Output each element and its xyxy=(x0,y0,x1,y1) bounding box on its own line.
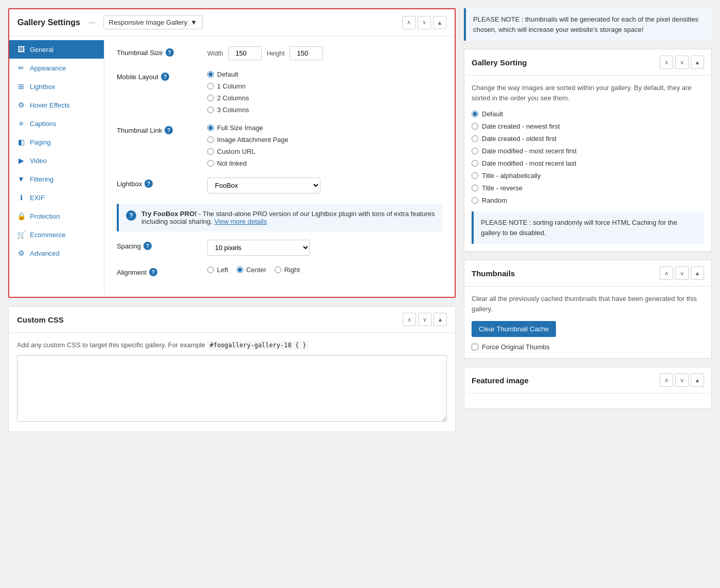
thumbnails-collapse-down[interactable]: ∨ xyxy=(675,266,689,280)
css-collapse-up[interactable]: ∧ xyxy=(403,313,416,326)
lightbox-help[interactable]: ? xyxy=(145,180,153,188)
thumbnail-size-help[interactable]: ? xyxy=(166,48,174,57)
custom-css-textarea[interactable] xyxy=(17,355,447,422)
width-input[interactable] xyxy=(228,46,262,60)
thumbnails-expand[interactable]: ▲ xyxy=(691,266,704,280)
link-custom[interactable]: Custom URL xyxy=(207,148,442,155)
sidebar-item-video[interactable]: ▶ Video xyxy=(9,151,104,170)
foobox-info-box: ? Try FooBox PRO! - The stand-alone PRO … xyxy=(117,204,442,231)
featured-image-header: Featured image ∧ ∨ ▲ xyxy=(464,367,711,394)
lightbox-select-wrapper: FooBox None xyxy=(207,177,442,193)
clear-thumbnail-cache-button[interactable]: Clear Thumbnail Cache xyxy=(472,321,556,337)
align-center[interactable]: Center xyxy=(237,266,266,274)
video-icon: ▶ xyxy=(16,156,26,165)
gallery-type-select[interactable]: Responsive Image Gallery ▼ xyxy=(103,15,203,29)
sort-date-oldest[interactable]: Date created - oldest first xyxy=(472,135,704,142)
sorting-expand[interactable]: ▲ xyxy=(691,56,704,69)
mobile-layout-help[interactable]: ? xyxy=(161,73,169,81)
featured-collapse-up[interactable]: ∧ xyxy=(660,373,673,387)
sidebar-item-lightbox[interactable]: ⊞ Lightbox xyxy=(9,77,104,96)
captions-icon: ≡ xyxy=(16,119,26,128)
sidebar-item-captions[interactable]: ≡ Captions xyxy=(9,114,104,133)
mobile-1col[interactable]: 1 Column xyxy=(207,82,442,90)
sidebar-label-filtering: Filtering xyxy=(30,175,53,183)
sidebar-item-filtering[interactable]: ▼ Filtering xyxy=(9,170,104,188)
expand-button[interactable]: ▲ xyxy=(433,16,446,29)
sort-title-alpha[interactable]: Title - alphabetically xyxy=(472,172,704,180)
header-controls: ∧ ∨ ▲ xyxy=(402,16,446,29)
sort-date-modified-recent[interactable]: Date modified - most recent first xyxy=(472,147,704,155)
mobile-default[interactable]: Default xyxy=(207,70,442,78)
link-fullsize[interactable]: Full Size Image xyxy=(207,124,442,132)
align-left[interactable]: Left xyxy=(207,266,228,274)
exif-icon: ℹ xyxy=(16,193,26,202)
css-collapse-down[interactable]: ∨ xyxy=(418,313,431,326)
top-note: PLEASE NOTE : thumbnails will be generat… xyxy=(464,8,712,41)
collapse-up-button[interactable]: ∧ xyxy=(402,16,416,29)
mobile-layout-row: Mobile Layout ? Default 1 Column 2 xyxy=(117,70,442,114)
lightbox-select[interactable]: FooBox None xyxy=(207,177,320,193)
sorting-collapse-down[interactable]: ∨ xyxy=(675,56,689,69)
spacing-help[interactable]: ? xyxy=(143,242,152,250)
view-more-link[interactable]: View more details xyxy=(214,218,267,225)
sorting-card-controls: ∧ ∨ ▲ xyxy=(660,56,704,69)
thumbnails-collapse-up[interactable]: ∧ xyxy=(660,266,673,280)
thumbnail-link-help[interactable]: ? xyxy=(165,126,173,134)
sidebar-label-appearance: Appearance xyxy=(30,64,66,72)
hover-icon: ⚙ xyxy=(16,100,26,110)
mobile-2col[interactable]: 2 Columns xyxy=(207,94,442,102)
sidebar-item-general[interactable]: 🖼 General xyxy=(9,40,104,59)
sidebar-item-paging[interactable]: ◧ Paging xyxy=(9,133,104,151)
sort-date-newest[interactable]: Date created - newest first xyxy=(472,122,704,130)
width-label: Width xyxy=(207,50,223,57)
custom-css-title: Custom CSS xyxy=(17,315,64,324)
featured-image-title: Featured image xyxy=(472,376,529,385)
spacing-label: Spacing ? xyxy=(117,240,199,250)
sidebar-label-lightbox: Lightbox xyxy=(30,83,55,91)
custom-css-controls: ∧ ∨ ▲ xyxy=(403,313,447,326)
mobile-3col[interactable]: 3 Columns xyxy=(207,106,442,114)
sort-date-modified-last[interactable]: Date modified - most recent last xyxy=(472,159,704,167)
link-attachment[interactable]: Image Attachment Page xyxy=(207,136,442,144)
mobile-layout-label: Mobile Layout ? xyxy=(117,70,199,81)
spacing-row: Spacing ? 0 pixels 2 pixels 4 pixels 6 p… xyxy=(117,240,442,256)
sidebar-item-appearance[interactable]: ✏ Appearance xyxy=(9,59,104,77)
custom-css-box: Custom CSS ∧ ∨ ▲ Add any custom CSS to t… xyxy=(8,306,456,432)
thumbnail-size-label: Thumbnail Size ? xyxy=(117,46,199,57)
featured-expand[interactable]: ▲ xyxy=(691,373,704,387)
thumbnails-controls: ∧ ∨ ▲ xyxy=(660,266,704,280)
sidebar-item-protection[interactable]: 🔒 Protection xyxy=(9,207,104,225)
sorting-collapse-up[interactable]: ∧ xyxy=(660,56,673,69)
thumbnail-link-label: Thumbnail Link ? xyxy=(117,124,199,134)
sidebar-item-advanced[interactable]: ⚙ Advanced xyxy=(9,244,104,262)
gallery-type-label: Responsive Image Gallery xyxy=(109,19,187,26)
thumbnails-body: Clear all the previously cached thumbnai… xyxy=(464,287,711,358)
featured-collapse-down[interactable]: ∨ xyxy=(675,373,689,387)
height-input[interactable] xyxy=(290,46,323,60)
alignment-help[interactable]: ? xyxy=(149,268,157,276)
sidebar-item-exif[interactable]: ℹ EXIF xyxy=(9,188,104,207)
sort-default[interactable]: Default xyxy=(472,110,704,118)
alignment-options: Left Center Right xyxy=(207,266,442,274)
lightbox-row: Lightbox ? FooBox None xyxy=(117,177,442,193)
collapse-down-button[interactable]: ∨ xyxy=(418,16,431,29)
mobile-layout-options: Default 1 Column 2 Columns 3 Columns xyxy=(207,70,442,114)
sidebar-label-exif: EXIF xyxy=(30,194,45,202)
gallery-sorting-header: Gallery Sorting ∧ ∨ ▲ xyxy=(464,49,711,76)
link-notlinked[interactable]: Not linked xyxy=(207,159,442,167)
custom-css-header: Custom CSS ∧ ∨ ▲ xyxy=(9,307,455,333)
css-expand[interactable]: ▲ xyxy=(434,313,447,326)
sort-random[interactable]: Random xyxy=(472,197,704,204)
filtering-icon: ▼ xyxy=(16,174,26,184)
protection-icon: 🔒 xyxy=(16,211,26,221)
sidebar-label-protection: Protection xyxy=(30,212,60,220)
thumbnail-size-row: Thumbnail Size ? Width Height xyxy=(117,46,442,60)
sidebar-item-hover-effects[interactable]: ⚙ Hover Effects xyxy=(9,96,104,114)
featured-image-body xyxy=(464,394,711,408)
sidebar-item-ecommerce[interactable]: 🛒 Ecommerce xyxy=(9,225,104,244)
sort-title-reverse[interactable]: Title - reverse xyxy=(472,184,704,192)
align-right[interactable]: Right xyxy=(275,266,300,274)
force-original-thumbs-checkbox[interactable]: Force Original Thumbs xyxy=(472,343,704,351)
sidebar-label-general: General xyxy=(30,46,53,54)
spacing-select[interactable]: 0 pixels 2 pixels 4 pixels 6 pixels 8 pi… xyxy=(207,240,310,256)
